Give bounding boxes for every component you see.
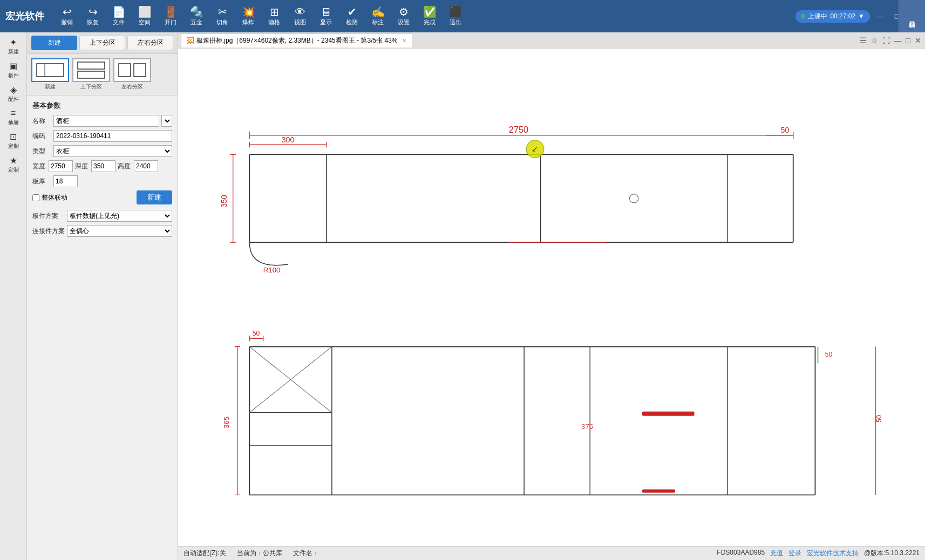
version-code: FDS003AAD985 [717,549,765,558]
toolbar-btn-display[interactable]: 🖥 显示 [314,5,338,28]
space-label: 空间 [139,18,151,26]
timer-dropdown-icon[interactable]: ▼ [858,12,865,20]
toolbar-btn-exit[interactable]: ⬛ 退出 [444,5,467,28]
svg-rect-47 [642,489,675,493]
tab-menu-button[interactable]: ☰ [859,35,868,46]
auto-fit-status[interactable]: 自动适配(Z):关 [183,549,226,558]
svg-rect-45 [642,412,695,416]
connector-scheme-row: 连接件方案 全偶心 [32,225,172,237]
right-panel-label: 画板工具 [898,0,925,32]
panel-scheme-label: 板件方案 [32,211,65,221]
toolbar-btn-explode[interactable]: 💥 爆炸 [236,5,260,28]
login-link[interactable]: 登录 [788,549,801,558]
display-icon: 🖥 [321,6,331,17]
sidebar-item-component[interactable]: ◈ 配件 [2,83,25,105]
view-icon: 👁 [295,6,305,17]
height-input[interactable] [134,160,158,172]
drawer-icon: ≡ [11,108,16,118]
width-label: 宽度 [32,162,45,171]
panel-scheme-select[interactable]: 板件数据(上见光) [67,210,172,222]
support-link[interactable]: 宏光软件技术支持 [807,549,859,558]
width-input[interactable] [49,160,73,172]
dimension-icon: ⊡ [10,132,17,142]
depth-input[interactable] [91,160,115,172]
toolbar-btn-complete[interactable]: ✅ 完成 [418,5,441,28]
undo-icon: ↩ [63,6,72,17]
toolbar-btn-redo[interactable]: ↪ 恢复 [81,5,105,28]
left-sidebar: ✦ 新建 ▣ 板件 ◈ 配件 ≡ 抽屉 ⊡ 定制 ★ 定制 [0,32,27,560]
svg-text:300: 300 [282,135,295,144]
thumb-lr-split[interactable] [113,58,151,82]
toolbar-btn-mark[interactable]: ✍ 标注 [366,5,390,28]
type-select[interactable]: 衣柜 [53,145,172,157]
cad-canvas[interactable]: 2750 50 300 [178,49,925,546]
name-input[interactable] [53,115,159,127]
code-label: 编码 [32,132,51,141]
file-tab-close-button[interactable]: ✕ [402,38,406,44]
sidebar-item-custom[interactable]: ★ 定制 [2,153,25,176]
tab-restore-button[interactable]: □ [905,35,912,46]
tab-top-split[interactable]: 上下分区 [79,36,125,50]
recharge-link[interactable]: 充值 [770,549,783,558]
mark-label: 标注 [372,18,384,26]
toolbar-btn-grid[interactable]: ⊞ 酒格 [262,5,286,28]
sidebar-item-drawer[interactable]: ≡ 抽屉 [2,106,25,128]
tab-left-right-split[interactable]: 左右分区 [127,36,173,50]
cad-svg: 2750 50 300 [178,49,925,546]
check-label: 检测 [346,18,358,26]
door-icon: 🚪 [164,6,178,17]
tab-bookmark-button[interactable]: ☆ [870,35,879,46]
toolbar-btn-view[interactable]: 👁 视图 [288,5,312,28]
svg-text:50: 50 [253,330,260,337]
svg-text:375: 375 [581,422,593,431]
settings-icon: ⚙ [399,6,409,17]
toolbar-btn-file[interactable]: 📄 文件 [107,5,131,28]
sidebar-item-dimension[interactable]: ⊡ 定制 [2,129,25,152]
svg-text:R100: R100 [263,266,281,274]
toolbar-btn-door[interactable]: 🚪 开门 [159,5,182,28]
statusbar: 自动适配(Z):关 当前为：公共库 文件名： FDS003AAD985 充值 登… [178,546,925,560]
thumb-top-split-label: 上下分区 [80,83,102,91]
tab-new[interactable]: 新建 [31,36,77,50]
left-panel: 新建 上下分区 左右分区 新建 [27,32,178,560]
thumb-top-split[interactable] [72,58,110,82]
minimize-button[interactable]: — [874,10,887,23]
hardware-label: 五金 [191,18,202,26]
view-label: 视图 [294,18,306,26]
tab-close-button[interactable]: ✕ [914,35,922,46]
name-row: 名称 ▼ [32,115,172,127]
thickness-label: 板厚 [32,177,51,186]
status-right: FDS003AAD985 充值 登录 宏光软件技术支持 @版本:5.10.3.2… [717,549,920,558]
code-input[interactable] [53,130,172,142]
toolbar-btn-settings[interactable]: ⚙ 设置 [392,5,416,28]
name-dropdown[interactable]: ▼ [161,115,172,127]
thumb-lr-split-label: 左右分区 [121,83,143,91]
sidebar-drawer-label: 抽屉 [8,119,19,126]
name-label: 名称 [32,117,51,126]
svg-text:350: 350 [220,195,228,208]
toolbar-btn-hardware[interactable]: 🔩 五金 [185,5,208,28]
file-tab-main[interactable]: 🖼 极速拼柜.jpg（6997×4602像素, 2.33MB）- 2345看图王… [181,33,412,47]
view-tabs: 新建 上下分区 左右分区 [27,32,178,54]
new-icon: ✦ [10,37,17,47]
connector-scheme-select[interactable]: 全偶心 [67,225,172,237]
sidebar-item-parts[interactable]: ▣ 板件 [2,59,25,81]
thickness-input[interactable] [53,175,78,187]
grid-label: 酒格 [268,18,280,26]
group-link-checkbox[interactable] [32,194,39,201]
svg-text:50: 50 [875,415,883,422]
explode-icon: 💥 [242,6,255,17]
display-label: 显示 [320,18,332,26]
version-number: @版本:5.10.3.2221 [864,549,920,558]
connector-scheme-label: 连接件方案 [32,227,65,236]
tab-fullscreen-button[interactable]: ⛶ [881,35,891,46]
toolbar-btn-check[interactable]: ✔ 检测 [340,5,364,28]
tab-minimize-button[interactable]: — [893,35,903,46]
new-button[interactable]: 新建 [137,190,172,204]
toolbar-btn-undo[interactable]: ↩ 撤销 [55,5,79,28]
sidebar-item-new[interactable]: ✦ 新建 [2,35,25,58]
toolbar-btn-cut[interactable]: ✂ 切角 [210,5,234,28]
toolbar-btn-space[interactable]: ⬜ 空间 [133,5,157,28]
thumb-new[interactable] [31,58,69,82]
svg-rect-6 [178,56,925,539]
